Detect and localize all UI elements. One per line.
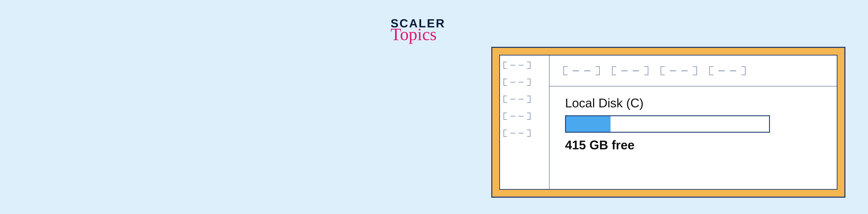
sidebar-item-placeholder [503,62,546,69]
sidebar-item-placeholder [503,112,546,120]
content-area: Local Disk (C) 415 GB free [550,86,837,162]
window-inner: Local Disk (C) 415 GB free [499,55,837,190]
toolbar-item-placeholder [709,66,746,75]
sidebar-item-placeholder [503,96,546,103]
toolbar-item-placeholder [612,66,648,75]
main-pane: Local Disk (C) 415 GB free [550,56,837,189]
disk-usage-fill [566,116,611,132]
sidebar-item-placeholder [503,130,546,137]
sidebar [500,56,550,189]
toolbar [550,56,837,86]
sidebar-item-placeholder [503,78,546,86]
toolbar-item-placeholder [563,66,600,75]
scaler-topics-logo: SCALER Topics [391,17,445,43]
disk-label: Local Disk (C) [565,96,821,110]
disk-usage-bar [565,115,770,133]
toolbar-item-placeholder [660,66,697,75]
explorer-window: Local Disk (C) 415 GB free [491,47,845,198]
disk-free-text: 415 GB free [565,138,821,152]
